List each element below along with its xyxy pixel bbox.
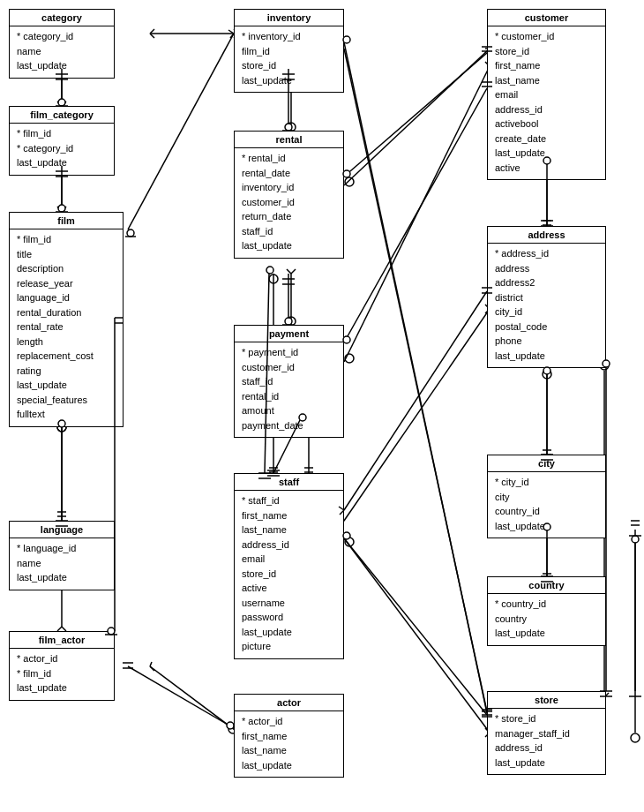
entity-actor: actor * actor_id first_name last_name la… [234,694,344,778]
svg-point-119 [266,267,273,274]
svg-line-20 [150,34,154,38]
entity-title-language: language [10,522,114,538]
entity-title-film: film [10,213,123,229]
entity-title-store: store [488,692,605,709]
entity-city: city * city_id city country_id last_upda… [487,455,606,538]
svg-point-148 [343,532,350,539]
svg-point-110 [343,170,350,177]
svg-line-70 [150,666,154,671]
svg-point-78 [631,733,640,742]
svg-point-116 [285,318,292,325]
svg-line-122 [344,88,487,342]
svg-line-67 [150,666,238,733]
entity-fields-film-category: * film_id * category_id last_update [10,124,114,175]
entity-fields-inventory: * inventory_id film_id store_id last_upd… [235,26,343,92]
entity-staff: staff * staff_id first_name last_name ad… [234,473,344,659]
svg-point-152 [227,722,234,729]
svg-line-142 [344,291,487,510]
svg-point-102 [127,229,134,237]
entity-title-country: country [488,577,605,594]
entity-rental: rental * rental_id rental_date inventory… [234,131,344,259]
svg-point-88 [58,205,65,212]
entity-title-payment: payment [235,326,343,342]
entity-language: language * language_id name last_update [9,521,115,590]
svg-point-36 [269,274,278,283]
svg-point-83 [58,99,65,106]
svg-line-109 [344,53,487,177]
entity-title-actor: actor [235,695,343,711]
entity-category: category * category_id name last_update [9,9,115,79]
entity-fields-film: * film_id title description release_year… [10,229,123,426]
entity-customer: customer * customer_id store_id first_na… [487,9,606,180]
entity-title-staff: staff [235,474,343,491]
svg-point-40 [345,354,354,363]
svg-line-69 [150,662,152,666]
entity-fields-country: * country_id country last_update [488,594,605,645]
entity-film-actor: film_actor * actor_id * film_id last_upd… [9,631,115,701]
svg-line-99 [128,34,234,229]
svg-point-107 [285,124,292,131]
svg-line-151 [128,666,234,728]
entity-fields-staff: * staff_id first_name last_name address_… [235,491,343,658]
svg-point-64 [345,538,354,546]
svg-point-161 [632,536,639,543]
entity-title-category: category [10,10,114,26]
svg-line-163 [344,42,487,713]
entity-address: address * address_id address address2 di… [487,226,606,368]
svg-line-147 [344,538,487,715]
entity-fields-rental: * rental_id rental_date inventory_id cus… [235,148,343,258]
entity-title-film-category: film_category [10,107,114,124]
entity-payment: payment * payment_id customer_id staff_i… [234,325,344,438]
entity-title-rental: rental [235,132,343,148]
entity-title-customer: customer [488,10,605,26]
svg-point-30 [345,177,354,186]
entity-title-city: city [488,455,605,472]
entity-fields-customer: * customer_id store_id first_name last_n… [488,26,605,179]
svg-point-51 [543,370,551,379]
erd-diagram: category * category_id name last_update … [0,0,644,812]
entity-title-inventory: inventory [235,10,343,26]
entity-fields-film-actor: * actor_id * film_id last_update [10,649,114,700]
entity-fields-city: * city_id city country_id last_update [488,472,605,538]
entity-fields-actor: * actor_id first_name last_name last_upd… [235,711,343,777]
svg-point-135 [543,367,550,374]
entity-film-category: film_category * film_id * category_id la… [9,106,115,176]
svg-line-19 [150,29,154,34]
svg-line-33 [291,269,296,274]
entity-title-address: address [488,227,605,244]
entity-fields-address: * address_id address address2 district c… [488,244,605,367]
svg-line-79 [344,49,490,724]
entity-fields-payment: * payment_id customer_id staff_id rental… [235,342,343,437]
svg-line-63 [344,538,490,733]
svg-line-58 [344,309,490,521]
svg-line-32 [287,269,291,274]
entity-store: store * store_id manager_staff_id addres… [487,691,606,775]
svg-line-27 [344,49,490,185]
entity-fields-store: * store_id manager_staff_id address_id l… [488,709,605,774]
entity-inventory: inventory * inventory_id film_id store_i… [234,9,344,93]
entity-country: country * country_id country last_update [487,576,606,646]
entity-title-film-actor: film_actor [10,632,114,649]
entity-fields-category: * category_id name last_update [10,26,114,78]
entity-fields-language: * language_id name last_update [10,538,114,590]
svg-point-123 [343,336,350,343]
svg-line-39 [344,66,490,362]
svg-point-164 [343,36,350,43]
entity-film: film * film_id title description release… [9,212,124,427]
